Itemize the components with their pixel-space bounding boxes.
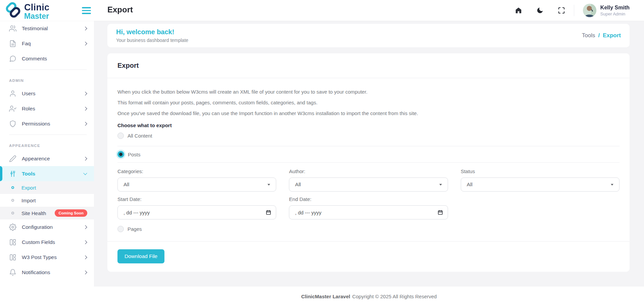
caret-down-icon xyxy=(267,184,270,186)
sidebar-item-faq[interactable]: Faq xyxy=(0,36,94,51)
brand-line1: Clinic xyxy=(24,3,49,12)
chevron-right-icon xyxy=(83,255,87,259)
faq-document-icon xyxy=(9,40,16,47)
filters-row-1: Categories: All Author: All xyxy=(117,168,620,192)
brand-logo[interactable]: Clinic Master xyxy=(5,2,49,20)
clinic-master-logo-icon xyxy=(5,2,21,18)
choose-export-label: Choose what to export xyxy=(117,122,620,128)
sidebar-subitem-export[interactable]: Export xyxy=(0,181,94,194)
dark-mode-moon-icon[interactable] xyxy=(536,7,544,14)
content-area: Hi, welcome back! Your business dashboar… xyxy=(94,21,644,287)
testimonial-people-icon xyxy=(9,25,16,32)
user-check-icon xyxy=(9,105,16,112)
chevron-right-icon xyxy=(83,27,87,30)
author-selected-value: All xyxy=(295,182,301,188)
breadcrumb-separator: / xyxy=(598,32,600,39)
download-file-button[interactable]: Download File xyxy=(117,249,164,263)
sidebar-label: Import xyxy=(21,198,36,203)
layout-icon xyxy=(9,239,16,246)
export-card: Export When you click the button below W… xyxy=(107,53,630,272)
chevron-right-icon xyxy=(83,225,87,229)
sidebar-item-notifications[interactable]: Notifications xyxy=(0,265,94,280)
calendar-icon[interactable] xyxy=(438,210,443,215)
fullscreen-icon[interactable] xyxy=(558,7,565,14)
sidebar-label: Faq xyxy=(22,41,31,47)
user-avatar[interactable] xyxy=(583,4,596,17)
sidebar-item-testimonial[interactable]: Testimonial xyxy=(0,21,94,36)
author-label: Author: xyxy=(289,168,448,174)
card-footer: Download File xyxy=(107,241,630,272)
categories-label: Categories: xyxy=(117,168,276,174)
start-date-input[interactable]: , dd --- yyyy xyxy=(117,205,276,219)
all-content-radio[interactable] xyxy=(117,133,124,139)
posts-radio-checked[interactable] xyxy=(117,151,124,158)
author-select[interactable]: All xyxy=(289,177,448,192)
start-date-label: Start Date: xyxy=(117,196,276,202)
sidebar-label: Permissions xyxy=(22,121,50,127)
sidebar-label: Custom Fields xyxy=(22,239,55,245)
breadcrumb: Tools / Export xyxy=(582,32,621,39)
page-footer: ClinicMaster Laravel Copyright © 2025 Al… xyxy=(94,287,644,306)
sidebar-label: Tools xyxy=(22,171,35,177)
chevron-right-icon xyxy=(83,270,87,274)
export-description-line: Once you've saved the download file, you… xyxy=(117,109,620,117)
bell-icon xyxy=(9,269,16,276)
sidebar-item-permissions[interactable]: Permissions xyxy=(0,116,94,131)
chevron-right-icon xyxy=(83,122,87,125)
sidebar-subitem-site-health[interactable]: Site Health Coming Soon xyxy=(0,207,94,219)
export-description-line: When you click the button below W3cms wi… xyxy=(117,88,620,96)
breadcrumb-current: Export xyxy=(603,32,621,39)
bullet-icon xyxy=(11,199,14,202)
chevron-down-icon xyxy=(83,171,87,175)
bullet-icon xyxy=(11,212,14,214)
pages-option[interactable]: Pages xyxy=(117,226,620,232)
footer-brand: ClinicMaster Laravel xyxy=(301,294,350,299)
brand-line2: Master xyxy=(24,12,49,20)
all-content-label: All Content xyxy=(128,133,152,139)
calendar-icon[interactable] xyxy=(266,210,271,215)
user-name: Kelly Smith xyxy=(600,5,630,11)
menu-toggle-icon[interactable] xyxy=(82,7,91,16)
sidebar-item-appearence[interactable]: Appearence xyxy=(0,151,94,166)
tools-icon xyxy=(9,170,16,177)
sidebar-item-custom-fields[interactable]: Custom Fields xyxy=(0,235,94,250)
caret-down-icon xyxy=(439,184,442,186)
posts-option[interactable]: Posts xyxy=(117,146,620,162)
user-info[interactable]: Kelly Smith Super Admin xyxy=(600,5,630,16)
sidebar-item-users[interactable]: Users xyxy=(0,86,94,101)
all-content-option[interactable]: All Content xyxy=(117,133,620,139)
sidebar-label: W3 Post Types xyxy=(22,254,57,260)
pages-radio[interactable] xyxy=(117,226,124,232)
sidebar-subitem-import[interactable]: Import xyxy=(0,194,94,207)
sidebar: Testimonial Faq Comments ADMIN Users xyxy=(0,21,94,306)
sidebar-label: Comments xyxy=(22,56,47,62)
gear-icon xyxy=(9,223,16,231)
breadcrumb-parent[interactable]: Tools xyxy=(582,32,595,39)
header-actions: Kelly Smith Super Admin xyxy=(515,0,630,21)
end-date-input[interactable]: , dd --- yyyy xyxy=(289,205,448,219)
sidebar-item-configuration[interactable]: Configuration xyxy=(0,219,94,235)
end-date-label: End Date: xyxy=(289,196,448,202)
sidebar-item-tools[interactable]: Tools xyxy=(0,166,94,181)
sidebar-label: Configuration xyxy=(22,224,53,230)
sidebar-divider xyxy=(9,69,87,70)
welcome-panel: Hi, welcome back! Your business dashboar… xyxy=(107,24,630,47)
sidebar-item-w3-post-types[interactable]: W3 Post Types xyxy=(0,250,94,265)
start-date-placeholder: , dd --- yyyy xyxy=(123,210,150,215)
categories-select[interactable]: All xyxy=(117,177,276,192)
posts-label: Posts xyxy=(128,152,141,157)
sidebar-item-comments[interactable]: Comments xyxy=(0,51,94,66)
chevron-right-icon xyxy=(83,240,87,244)
sidebar-item-roles[interactable]: Roles xyxy=(0,101,94,116)
pencil-icon xyxy=(9,155,16,162)
filters-row-2: Start Date: , dd --- yyyy End Date: xyxy=(117,196,620,219)
chevron-right-icon xyxy=(83,92,87,95)
divider xyxy=(117,162,620,163)
chevron-right-icon xyxy=(83,107,87,110)
user-icon xyxy=(9,90,16,97)
status-select[interactable]: All xyxy=(461,177,620,192)
home-icon[interactable] xyxy=(515,7,522,14)
export-description-line: This format will contain your posts, pag… xyxy=(117,98,620,107)
caret-down-icon xyxy=(611,184,613,186)
bullet-icon xyxy=(11,186,14,189)
